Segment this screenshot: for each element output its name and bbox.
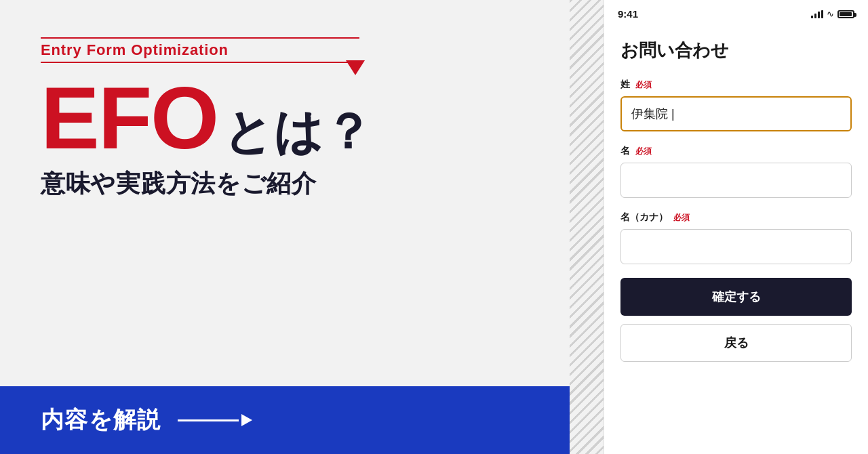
left-panel: Entry Form Optimization EFO とは？ 意味や実践方法を… bbox=[0, 0, 604, 454]
bottom-bar: 内容を解説 bbox=[0, 386, 604, 454]
input-mei-kana[interactable] bbox=[620, 229, 852, 264]
back-button[interactable]: 戻る bbox=[620, 324, 852, 362]
status-time: 9:41 bbox=[618, 8, 638, 20]
triangle-pointer bbox=[346, 60, 365, 75]
arrow-line bbox=[178, 414, 252, 426]
input-mei[interactable] bbox=[620, 163, 852, 198]
label-row-sei: 姓 必須 bbox=[620, 79, 852, 91]
efo-big-text: EFO bbox=[41, 74, 218, 162]
label-mei: 名 bbox=[620, 145, 630, 157]
stripe-divider bbox=[570, 0, 604, 454]
required-mei-kana: 必須 bbox=[673, 212, 690, 224]
required-sei: 必須 bbox=[635, 79, 652, 91]
red-line-bottom bbox=[41, 62, 359, 63]
label-mei-kana: 名（カナ） bbox=[620, 211, 668, 224]
arrow-line-bar bbox=[178, 419, 239, 421]
status-bar: 9:41 ∿ bbox=[604, 0, 868, 25]
battery-icon bbox=[837, 10, 854, 18]
field-mei: 名 必須 bbox=[620, 145, 852, 198]
signal-icon bbox=[811, 10, 823, 18]
required-mei: 必須 bbox=[635, 146, 652, 157]
form-area: お問い合わせ 姓 必須 名 必須 名（カナ） 必須 確定する bbox=[604, 25, 868, 454]
right-panel: 9:41 ∿ お問い合わせ 姓 必須 名 必須 bbox=[604, 0, 868, 454]
efo-label-wrapper: Entry Form Optimization bbox=[41, 37, 359, 63]
bottom-bar-text: 内容を解説 bbox=[41, 405, 161, 436]
label-row-mei: 名 必須 bbox=[620, 145, 852, 157]
red-line-top bbox=[41, 37, 359, 39]
wifi-icon: ∿ bbox=[827, 9, 834, 19]
efo-label: Entry Form Optimization bbox=[41, 41, 359, 59]
field-sei: 姓 必須 bbox=[620, 79, 852, 131]
toha-text: とは？ bbox=[223, 107, 372, 156]
efo-main-title: EFO とは？ bbox=[41, 74, 563, 162]
status-icons: ∿ bbox=[811, 9, 854, 19]
field-mei-kana: 名（カナ） 必須 bbox=[620, 211, 852, 264]
top-section: Entry Form Optimization EFO とは？ 意味や実践方法を… bbox=[0, 0, 604, 386]
form-title: お問い合わせ bbox=[620, 39, 852, 62]
confirm-button[interactable]: 確定する bbox=[620, 278, 852, 316]
arrow-head-icon bbox=[241, 414, 252, 426]
subtitle-text: 意味や実践方法をご紹介 bbox=[41, 167, 563, 201]
input-sei[interactable] bbox=[620, 96, 852, 131]
battery-fill bbox=[840, 12, 852, 16]
label-sei: 姓 bbox=[620, 79, 630, 91]
label-row-mei-kana: 名（カナ） 必須 bbox=[620, 211, 852, 224]
